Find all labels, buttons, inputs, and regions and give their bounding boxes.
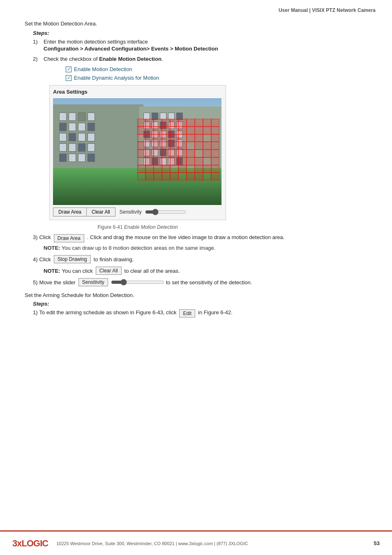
steps2-label: Steps: [33,301,367,307]
sensitivity-slider-top[interactable] [145,209,186,215]
sensitivity-btn[interactable]: Sensitivity [78,278,108,286]
footer-address: 10225 Westmoor Drive, Suite 300, Westmin… [56,541,365,546]
step2-text: Check the checkbox of Enable Motion Dete… [44,56,163,62]
steps-label: Steps: [33,30,367,36]
motion-grid [137,119,219,180]
footer-logo-text: 3xLOGIC [12,538,48,548]
step4-note: NOTE: You can click Clear All to clear a… [44,267,367,275]
step1-text: Enter the motion detection settings inte… [44,39,148,45]
step-edit-number: 1) [33,309,38,315]
step1-number: 1) [33,39,41,45]
intro-text: Set the Motion Detection Area. [25,21,367,27]
step3-draw-area-btn[interactable]: Draw Area [54,234,84,242]
step1-content: Enter the motion detection settings inte… [44,39,367,52]
camera-image [53,98,221,205]
checkbox-enable-dynamic[interactable]: ✓ Enable Dynamic Analysis for Motion [66,75,367,81]
sensitivity-label: Sensitivity [120,209,142,215]
clear-all-button[interactable]: Clear All [87,207,115,216]
step4-note-you-can: You can click [62,268,92,274]
page-footer: 3xLOGIC 10225 Westmoor Drive, Suite 300,… [0,530,392,555]
checkbox-enable-motion-box[interactable]: ✓ [66,67,71,72]
main-content: Set the Motion Detection Area. Steps: 1)… [0,16,392,353]
area-settings-title: Area Settings [53,89,222,95]
step-3: 3) Click Draw Area . Click and drag the … [33,234,367,242]
step3-note: NOTE: You can draw up to 8 motion detect… [44,245,367,251]
draw-area-button[interactable]: Draw Area [53,207,87,216]
step-2: 2) Check the checkbox of Enable Motion D… [33,56,367,62]
checkbox-enable-motion-label: Enable Motion Detection [74,66,132,72]
step3-number: 3) [33,234,38,240]
section2-title: Set the Arming Schedule for Motion Detec… [25,292,367,298]
area-settings-box: Area Settings [49,85,226,220]
footer-page-number: 53 [374,540,380,546]
step4-rest: to finish drawing. [94,256,134,263]
header-separator: | [309,7,311,13]
step1-config-path: Configuration > Advanced Configuration> … [44,46,367,52]
checkbox-area: ✓ Enable Motion Detection ✓ Enable Dynam… [66,66,367,81]
step-edit-rest: in Figure 6-42. [198,309,233,315]
step5-move-label: Move the slider [39,279,76,286]
step3-click-label: Click [39,234,51,240]
step4-click-label: Click [39,256,51,263]
step2-content: Check the checkbox of Enable Motion Dete… [44,56,367,62]
step-edit: 1) To edit the arming schedule as shown … [33,309,367,318]
step3-note-text: You can draw up to 8 motion detection ar… [62,245,216,251]
step-4: 4) Click Stop Drawing to finish drawing. [33,255,367,263]
step5-rest: to set the sensitivity of the detection. [166,279,252,286]
checkbox-enable-motion[interactable]: ✓ Enable Motion Detection [66,66,367,72]
footer-logo: 3xLOGIC [12,538,48,549]
step3-note-bold: NOTE: [44,245,60,251]
step5-number: 5) [33,279,38,286]
step4-note-bold: NOTE: [44,268,60,274]
header-subtitle: VISIX PTZ Network Camera [312,7,376,13]
checkbox-enable-dynamic-label: Enable Dynamic Analysis for Motion [74,75,159,81]
step-5: 5) Move the slider Sensitivity to set th… [33,278,367,286]
image-controls: Draw Area Clear All Sensitivity [53,207,222,216]
sensitivity-slider-step5[interactable] [111,279,164,286]
clear-all-btn-note[interactable]: Clear All [96,267,122,275]
checkbox-enable-dynamic-box[interactable]: ✓ [66,75,71,81]
edit-btn[interactable]: Edit [179,309,195,318]
step-1: 1) Enter the motion detection settings i… [33,39,367,52]
step4-number: 4) [33,256,38,263]
figure-caption: Figure 6-41 Enable Motion Detection [49,224,226,230]
page-header: User Manual | VISIX PTZ Network Camera [0,0,392,16]
step2-bold: Enable Motion Detection [99,56,161,62]
step4-note-rest: to clear all of the areas. [125,268,180,274]
step-edit-text: To edit the arming schedule as shown in … [39,309,177,315]
step2-number: 2) [33,56,41,62]
header-title: User Manual [279,7,308,13]
step3-rest: . Click and drag the mouse on the live v… [87,234,285,240]
stop-drawing-btn[interactable]: Stop Drawing [54,255,91,263]
